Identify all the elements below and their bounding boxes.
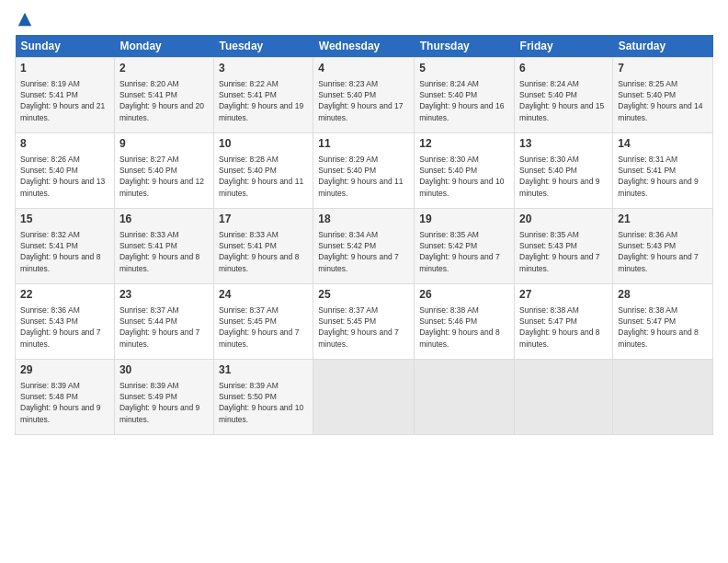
- day-info: Sunrise: 8:30 AMSunset: 5:40 PMDaylight:…: [419, 155, 504, 198]
- day-info: Sunrise: 8:38 AMSunset: 5:47 PMDaylight:…: [519, 305, 599, 349]
- day-number: 16: [119, 213, 209, 227]
- calendar-cell: 24 Sunrise: 8:37 AMSunset: 5:45 PMDaylig…: [213, 284, 313, 360]
- calendar-cell: 20 Sunrise: 8:35 AMSunset: 5:43 PMDaylig…: [515, 209, 613, 284]
- day-info: Sunrise: 8:19 AMSunset: 5:41 PMDaylight:…: [20, 79, 105, 122]
- day-number: 4: [318, 62, 409, 76]
- day-info: Sunrise: 8:35 AMSunset: 5:42 PMDaylight:…: [419, 230, 499, 273]
- day-info: Sunrise: 8:35 AMSunset: 5:43 PMDaylight:…: [519, 230, 599, 273]
- calendar-cell: 4 Sunrise: 8:23 AMSunset: 5:40 PMDayligh…: [313, 58, 415, 133]
- day-number: 15: [20, 213, 109, 227]
- weekday-header-wednesday: Wednesday: [313, 35, 415, 58]
- calendar-cell: 19 Sunrise: 8:35 AMSunset: 5:42 PMDaylig…: [415, 209, 515, 284]
- day-info: Sunrise: 8:20 AMSunset: 5:41 PMDaylight:…: [119, 79, 204, 122]
- day-number: 30: [119, 363, 209, 378]
- day-info: Sunrise: 8:38 AMSunset: 5:47 PMDaylight:…: [618, 305, 698, 349]
- day-number: 19: [419, 213, 509, 227]
- calendar-cell: [313, 360, 415, 435]
- day-number: 27: [519, 288, 608, 303]
- day-number: 13: [519, 137, 608, 152]
- day-info: Sunrise: 8:28 AMSunset: 5:40 PMDaylight:…: [219, 155, 303, 198]
- weekday-header-saturday: Saturday: [613, 35, 713, 58]
- day-number: 6: [519, 62, 608, 76]
- weekday-header-friday: Friday: [515, 35, 613, 58]
- weekday-header-monday: Monday: [114, 35, 213, 58]
- day-number: 25: [318, 288, 409, 303]
- day-info: Sunrise: 8:34 AMSunset: 5:42 PMDaylight:…: [318, 230, 398, 273]
- weekday-header-tuesday: Tuesday: [213, 35, 313, 58]
- day-info: Sunrise: 8:38 AMSunset: 5:46 PMDaylight:…: [419, 305, 499, 349]
- calendar-cell: 3 Sunrise: 8:22 AMSunset: 5:41 PMDayligh…: [213, 58, 313, 133]
- calendar-cell: 8 Sunrise: 8:26 AMSunset: 5:40 PMDayligh…: [16, 133, 115, 209]
- day-info: Sunrise: 8:31 AMSunset: 5:41 PMDaylight:…: [618, 155, 698, 198]
- day-number: 12: [419, 137, 509, 152]
- calendar-cell: [415, 360, 515, 435]
- day-number: 14: [618, 137, 708, 152]
- day-number: 24: [219, 288, 308, 303]
- day-number: 31: [219, 363, 308, 378]
- calendar-table: SundayMondayTuesdayWednesdayThursdayFrid…: [15, 35, 713, 435]
- calendar-cell: 11 Sunrise: 8:29 AMSunset: 5:40 PMDaylig…: [313, 133, 415, 209]
- day-number: 23: [119, 288, 209, 303]
- calendar-cell: 30 Sunrise: 8:39 AMSunset: 5:49 PMDaylig…: [114, 360, 213, 435]
- calendar-cell: 22 Sunrise: 8:36 AMSunset: 5:43 PMDaylig…: [16, 284, 115, 360]
- day-info: Sunrise: 8:25 AMSunset: 5:40 PMDaylight:…: [618, 79, 702, 122]
- day-number: 9: [119, 137, 209, 152]
- day-info: Sunrise: 8:24 AMSunset: 5:40 PMDaylight:…: [519, 79, 604, 122]
- svg-marker-0: [18, 13, 31, 26]
- calendar-cell: 31 Sunrise: 8:39 AMSunset: 5:50 PMDaylig…: [213, 360, 313, 435]
- calendar-cell: 18 Sunrise: 8:34 AMSunset: 5:42 PMDaylig…: [313, 209, 415, 284]
- calendar-cell: 9 Sunrise: 8:27 AMSunset: 5:40 PMDayligh…: [114, 133, 213, 209]
- day-info: Sunrise: 8:27 AMSunset: 5:40 PMDaylight:…: [119, 155, 204, 198]
- calendar-cell: [515, 360, 613, 435]
- day-number: 21: [618, 213, 708, 227]
- day-number: 28: [618, 288, 708, 303]
- header: [15, 11, 713, 28]
- calendar-cell: 15 Sunrise: 8:32 AMSunset: 5:41 PMDaylig…: [16, 209, 115, 284]
- calendar-cell: 1 Sunrise: 8:19 AMSunset: 5:41 PMDayligh…: [16, 58, 115, 133]
- day-number: 1: [20, 62, 109, 76]
- logo-icon: [17, 11, 33, 28]
- calendar-cell: 17 Sunrise: 8:33 AMSunset: 5:41 PMDaylig…: [213, 209, 313, 284]
- calendar-cell: 10 Sunrise: 8:28 AMSunset: 5:40 PMDaylig…: [213, 133, 313, 209]
- day-info: Sunrise: 8:24 AMSunset: 5:40 PMDaylight:…: [419, 79, 504, 122]
- calendar-cell: 26 Sunrise: 8:38 AMSunset: 5:46 PMDaylig…: [415, 284, 515, 360]
- calendar-cell: 7 Sunrise: 8:25 AMSunset: 5:40 PMDayligh…: [613, 58, 713, 133]
- calendar-cell: 27 Sunrise: 8:38 AMSunset: 5:47 PMDaylig…: [515, 284, 613, 360]
- day-number: 2: [119, 62, 209, 76]
- day-number: 11: [318, 137, 409, 152]
- day-number: 29: [20, 363, 109, 378]
- day-info: Sunrise: 8:32 AMSunset: 5:41 PMDaylight:…: [20, 230, 100, 273]
- day-number: 5: [419, 62, 509, 76]
- day-info: Sunrise: 8:29 AMSunset: 5:40 PMDaylight:…: [318, 155, 403, 198]
- day-info: Sunrise: 8:36 AMSunset: 5:43 PMDaylight:…: [618, 230, 698, 273]
- week-row-3: 15 Sunrise: 8:32 AMSunset: 5:41 PMDaylig…: [16, 209, 713, 284]
- day-info: Sunrise: 8:39 AMSunset: 5:50 PMDaylight:…: [219, 381, 303, 424]
- calendar-cell: 29 Sunrise: 8:39 AMSunset: 5:48 PMDaylig…: [16, 360, 115, 435]
- day-info: Sunrise: 8:39 AMSunset: 5:49 PMDaylight:…: [119, 381, 199, 424]
- week-row-5: 29 Sunrise: 8:39 AMSunset: 5:48 PMDaylig…: [16, 360, 713, 435]
- day-number: 17: [219, 213, 308, 227]
- day-info: Sunrise: 8:33 AMSunset: 5:41 PMDaylight:…: [219, 230, 299, 273]
- week-row-2: 8 Sunrise: 8:26 AMSunset: 5:40 PMDayligh…: [16, 133, 713, 209]
- calendar-cell: 2 Sunrise: 8:20 AMSunset: 5:41 PMDayligh…: [114, 58, 213, 133]
- calendar-cell: 25 Sunrise: 8:37 AMSunset: 5:45 PMDaylig…: [313, 284, 415, 360]
- day-number: 26: [419, 288, 509, 303]
- calendar-cell: 12 Sunrise: 8:30 AMSunset: 5:40 PMDaylig…: [415, 133, 515, 209]
- day-info: Sunrise: 8:26 AMSunset: 5:40 PMDaylight:…: [20, 155, 105, 198]
- day-number: 22: [20, 288, 109, 303]
- calendar-cell: [613, 360, 713, 435]
- day-info: Sunrise: 8:23 AMSunset: 5:40 PMDaylight:…: [318, 79, 403, 122]
- week-row-1: 1 Sunrise: 8:19 AMSunset: 5:41 PMDayligh…: [16, 58, 713, 133]
- day-number: 7: [618, 62, 708, 76]
- day-info: Sunrise: 8:36 AMSunset: 5:43 PMDaylight:…: [20, 305, 100, 349]
- day-number: 10: [219, 137, 308, 152]
- calendar-cell: 16 Sunrise: 8:33 AMSunset: 5:41 PMDaylig…: [114, 209, 213, 284]
- weekday-header-row: SundayMondayTuesdayWednesdayThursdayFrid…: [16, 35, 713, 58]
- day-info: Sunrise: 8:30 AMSunset: 5:40 PMDaylight:…: [519, 155, 599, 198]
- calendar-cell: 13 Sunrise: 8:30 AMSunset: 5:40 PMDaylig…: [515, 133, 613, 209]
- day-number: 8: [20, 137, 109, 152]
- day-info: Sunrise: 8:37 AMSunset: 5:45 PMDaylight:…: [318, 305, 398, 349]
- day-number: 18: [318, 213, 409, 227]
- calendar-cell: 5 Sunrise: 8:24 AMSunset: 5:40 PMDayligh…: [415, 58, 515, 133]
- day-info: Sunrise: 8:37 AMSunset: 5:44 PMDaylight:…: [119, 305, 199, 349]
